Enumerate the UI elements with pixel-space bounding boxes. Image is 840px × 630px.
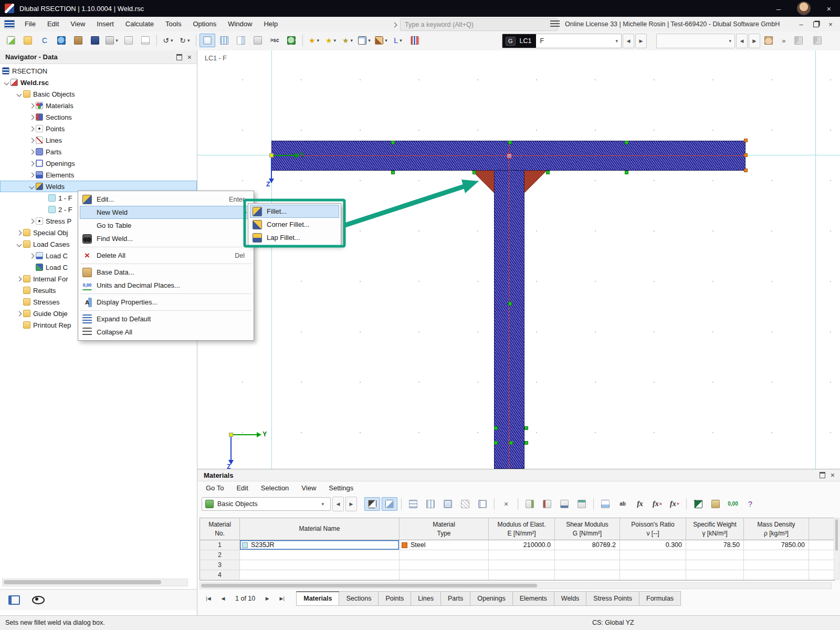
context-menu-item-delete-all[interactable]: ×Delete AllDel — [80, 249, 252, 262]
context-menu-item-go-to-table[interactable]: Go to Table — [80, 219, 252, 232]
scrollbar-thumb[interactable] — [835, 519, 838, 551]
export-rows-button[interactable] — [574, 497, 590, 511]
column-header-6[interactable]: Specific Weightγ [kN/m³] — [686, 518, 744, 540]
printout-report-button[interactable] — [138, 34, 153, 47]
section-web[interactable] — [494, 171, 524, 469]
select-cells-button[interactable] — [382, 497, 397, 511]
table-cell-no[interactable]: 1 — [200, 540, 240, 550]
minimize-button[interactable]: – — [768, 0, 790, 17]
edit-favorite-dropdown-icon[interactable]: ▾ — [351, 38, 353, 43]
menu-view[interactable]: View — [65, 17, 91, 32]
print-button[interactable]: ▾ — [104, 34, 120, 47]
table-cell-type[interactable]: Steel — [400, 540, 489, 550]
tree-chevron-right-icon[interactable] — [27, 116, 36, 119]
table-cell-e[interactable] — [489, 550, 555, 560]
formula-edit-button[interactable]: fx+ — [667, 497, 682, 511]
insert-object-button[interactable] — [3, 34, 19, 47]
menu-tools[interactable]: Tools — [160, 17, 187, 32]
submenu-item-fillet[interactable]: Fillet... — [250, 205, 339, 218]
previous-result-button[interactable]: ◀ — [736, 34, 748, 48]
table-cell-type[interactable] — [400, 570, 489, 580]
next-load-case-button[interactable]: ▶ — [635, 34, 647, 48]
context-menu-item-edit[interactable]: Edit...Enter — [80, 193, 252, 206]
table-cell-g[interactable]: 80769.2 — [555, 540, 620, 550]
cut-row-button[interactable] — [539, 497, 555, 511]
edit-favorite-button[interactable]: ★▾ — [340, 34, 355, 47]
grip-handle[interactable] — [625, 171, 628, 174]
chevron-down-icon[interactable]: ▾ — [612, 38, 621, 44]
tree-item-points[interactable]: Points — [0, 123, 197, 134]
tree-chevron-right-icon[interactable] — [15, 277, 23, 281]
table-tab-stress-points[interactable]: Stress Points — [586, 591, 639, 606]
tree-item-materials[interactable]: Materials — [0, 100, 197, 111]
table-tab-sections[interactable]: Sections — [339, 591, 379, 606]
save-model-button[interactable] — [87, 34, 103, 47]
table-horizontal-scrollbar[interactable] — [200, 582, 832, 589]
mdi-minimize-button[interactable]: – — [795, 18, 807, 30]
float-panel-icon[interactable] — [176, 54, 182, 60]
table-cell-type[interactable] — [400, 550, 489, 560]
tree-chevron-right-icon[interactable] — [27, 104, 36, 108]
materials-menu-go-to[interactable]: Go To — [200, 481, 230, 495]
graphics-viewport[interactable]: LC1 - F Y Z Y Z — [197, 50, 840, 469]
table-tab-materials[interactable]: Materials — [296, 591, 339, 606]
menu-calculate[interactable]: Calculate — [120, 17, 160, 32]
archive-button[interactable] — [70, 34, 86, 47]
render-view-button[interactable] — [284, 34, 299, 47]
navigator-horizontal-scrollbar[interactable] — [2, 579, 188, 586]
export-view-button[interactable] — [250, 34, 266, 47]
grip-handle[interactable] — [744, 169, 748, 172]
shade-cells-button[interactable] — [457, 497, 473, 511]
table-view-button[interactable] — [216, 34, 232, 47]
table-cell-g[interactable] — [555, 550, 620, 560]
close-panel-icon[interactable]: × — [831, 471, 835, 479]
grip-handle[interactable] — [472, 171, 476, 174]
materials-menu-selection[interactable]: Selection — [255, 481, 295, 495]
line-display-button[interactable]: L▾ — [390, 34, 406, 47]
favorites-dropdown-icon[interactable]: ▾ — [317, 38, 320, 43]
tree-item-weld-rsc[interactable]: Weld.rsc — [0, 77, 197, 88]
section-display-dropdown-icon[interactable]: ▾ — [368, 38, 371, 43]
open-model-button[interactable] — [20, 34, 36, 47]
last-table-button[interactable]: ▶| — [275, 593, 289, 604]
menu-window[interactable]: Window — [222, 17, 258, 32]
scrollbar-thumb[interactable] — [4, 580, 161, 584]
toolbar-expand-icon[interactable] — [392, 22, 397, 27]
context-menu-item-collapse-all[interactable]: Collapse All — [80, 326, 252, 339]
tree-chevron-right-icon[interactable] — [27, 139, 36, 142]
next-page-button[interactable]: ▶ — [260, 593, 274, 604]
formula-button[interactable]: fx — [632, 497, 648, 511]
visibility-button[interactable] — [30, 593, 46, 607]
select-rows-button[interactable] — [364, 497, 380, 511]
model-view-button[interactable] — [200, 34, 215, 47]
grip-handle[interactable] — [524, 426, 528, 430]
grip-handle[interactable] — [494, 426, 498, 430]
tree-item-elements[interactable]: Elements — [0, 169, 197, 181]
table-cell-e[interactable] — [489, 560, 555, 570]
materials-menu-view[interactable]: View — [295, 481, 322, 495]
table-cell-name[interactable] — [240, 570, 400, 580]
previous-load-case-button[interactable]: ◀ — [623, 34, 634, 48]
tree-chevron-right-icon[interactable] — [27, 162, 36, 165]
delete-table-button[interactable]: × — [498, 497, 514, 511]
next-table-button[interactable]: ▶ — [345, 497, 357, 511]
table-cell-name[interactable] — [240, 550, 400, 560]
context-menu-item-expand-to-default[interactable]: Expand to Default — [80, 312, 252, 326]
context-menu-item-display-properties[interactable]: ADisplay Properties... — [80, 296, 252, 309]
context-menu-item-units[interactable]: 0,00Units and Decimal Places... — [80, 279, 252, 292]
menu-file[interactable]: File — [19, 17, 41, 32]
tree-chevron-right-icon[interactable] — [15, 231, 23, 235]
overflow-chevron-icon[interactable]: » — [750, 37, 758, 45]
menu-edit[interactable]: Edit — [41, 17, 65, 32]
column-header-0[interactable]: MaterialNo. — [200, 518, 240, 540]
grip-handle[interactable] — [744, 153, 748, 157]
previous-table-button[interactable]: ◀ — [332, 497, 344, 511]
table-cell-rho[interactable]: 7850.00 — [744, 540, 809, 550]
rotate-view-button[interactable] — [791, 34, 806, 47]
tree-chevron-right-icon[interactable] — [27, 127, 36, 131]
junction-node-marker[interactable] — [507, 153, 512, 159]
previous-page-button[interactable]: ◀ — [216, 593, 230, 604]
tree-item-openings[interactable]: Openings — [0, 158, 197, 169]
result-combo[interactable]: ▾ — [656, 34, 735, 48]
table-cell-g[interactable] — [555, 560, 620, 570]
